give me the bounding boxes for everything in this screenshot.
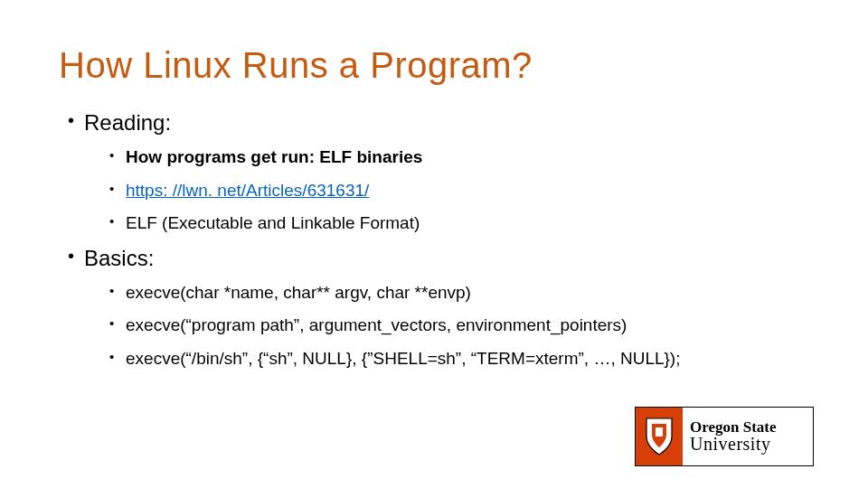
list-item: execve(char *name, char** argv, char **e… bbox=[109, 281, 809, 305]
list-item: ELF (Executable and Linkable Format) bbox=[109, 211, 809, 236]
slide: How Linux Runs a Program? Reading: How p… bbox=[0, 0, 868, 488]
university-logo: Oregon State University bbox=[635, 407, 814, 466]
item-text: ELF (Executable and Linkable Format) bbox=[126, 213, 420, 232]
reading-items: How programs get run: ELF binaries https… bbox=[84, 145, 809, 236]
list-item: execve(“/bin/sh”, {“sh”, NULL}, {”SHELL=… bbox=[109, 347, 809, 371]
section-reading: Reading: How programs get run: ELF binar… bbox=[68, 109, 809, 236]
section-basics: Basics: execve(char *name, char** argv, … bbox=[68, 245, 809, 371]
logo-line2: University bbox=[690, 435, 813, 454]
slide-title: How Linux Runs a Program? bbox=[59, 45, 809, 86]
content-list: Reading: How programs get run: ELF binar… bbox=[59, 109, 809, 371]
basics-items: execve(char *name, char** argv, char **e… bbox=[84, 281, 809, 371]
logo-text: Oregon State University bbox=[683, 408, 813, 465]
logo-line1: Oregon State bbox=[690, 419, 813, 436]
section-label: Reading: bbox=[84, 110, 171, 135]
logo-crest-icon bbox=[636, 408, 683, 465]
list-item: execve(“program path”, argument_vectors,… bbox=[109, 314, 809, 338]
item-text: How programs get run: ELF binaries bbox=[126, 147, 422, 166]
item-text: execve(“program path”, argument_vectors,… bbox=[126, 315, 627, 334]
svg-rect-0 bbox=[656, 427, 663, 436]
item-link[interactable]: https: //lwn. net/Articles/631631/ bbox=[126, 181, 369, 200]
list-item: How programs get run: ELF binaries bbox=[109, 145, 809, 170]
list-item: https: //lwn. net/Articles/631631/ bbox=[109, 179, 809, 203]
section-label: Basics: bbox=[84, 246, 154, 270]
item-text: execve(char *name, char** argv, char **e… bbox=[126, 283, 471, 302]
item-text: execve(“/bin/sh”, {“sh”, NULL}, {”SHELL=… bbox=[126, 349, 680, 368]
